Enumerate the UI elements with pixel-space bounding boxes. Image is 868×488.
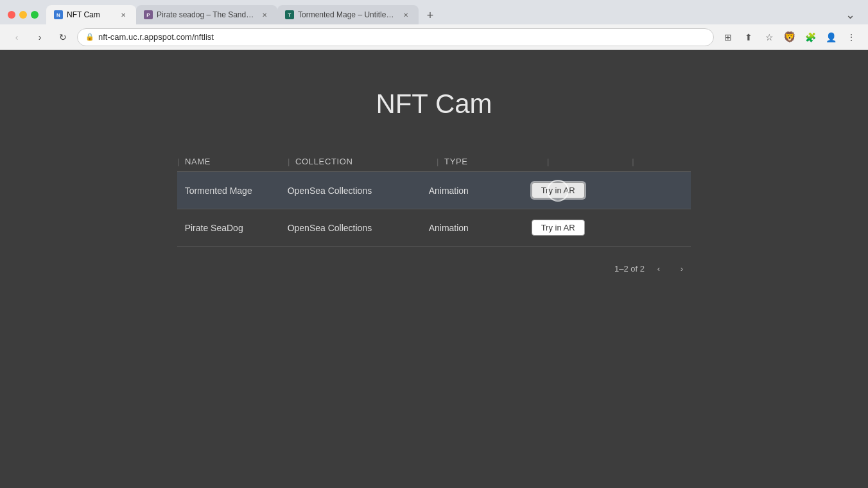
translate-button[interactable]: ⊞ <box>719 28 737 46</box>
tab-tormented-mage[interactable]: T Tormented Mage – Untitled Co... ✕ <box>277 5 419 24</box>
pagination-prev-button[interactable]: ‹ <box>650 259 668 277</box>
table-row: | Tormented Mage OpenSea Collections Ani… <box>177 172 691 209</box>
separator-5: | <box>632 157 634 166</box>
header-type: TYPE <box>444 157 547 166</box>
try-ar-button-row2[interactable]: Try in AR <box>532 220 585 236</box>
pagination: 1–2 of 2 ‹ › <box>177 259 691 277</box>
header-collection: COLLECTION <box>295 157 437 166</box>
browser-actions: ⊞ ⬆ ☆ 🦁 🧩 👤 ⋮ <box>719 28 860 46</box>
row2-type: Animation <box>429 223 532 233</box>
separator-2: | <box>288 157 290 166</box>
row1-action: Try in AR <box>532 182 609 198</box>
try-ar-button-container: Try in AR <box>532 182 585 198</box>
window-controls <box>8 11 39 19</box>
try-ar-button-row1[interactable]: Try in AR <box>532 182 585 198</box>
nft-table: | NAME | COLLECTION | TYPE | | | Torment… <box>177 152 691 247</box>
pagination-next-button[interactable]: › <box>673 259 691 277</box>
row1-collection: OpenSea Collections <box>288 186 429 196</box>
page-title: NFT Cam <box>376 89 492 119</box>
tabs-bar: N NFT Cam ✕ P Pirate seadog – The Sandbo… <box>46 5 860 24</box>
table-row: | Pirate SeaDog OpenSea Collections Anim… <box>177 209 691 247</box>
browser-chrome: N NFT Cam ✕ P Pirate seadog – The Sandbo… <box>0 0 868 50</box>
table-header: | NAME | COLLECTION | TYPE | | <box>177 152 691 172</box>
window-maximize-button[interactable] <box>31 11 39 19</box>
separator-4: | <box>547 157 550 166</box>
row1-name: Tormented Mage <box>185 186 288 196</box>
tab-close-pirate-seadog[interactable]: ✕ <box>259 10 270 20</box>
brave-icon[interactable]: 🦁 <box>781 28 799 46</box>
menu-button[interactable]: ⋮ <box>842 28 860 46</box>
share-button[interactable]: ⬆ <box>740 28 758 46</box>
new-tab-button[interactable]: + <box>421 6 439 24</box>
url-text: nft-cam.uc.r.appspot.com/nftlist <box>98 32 706 42</box>
tab-favicon-tormented-mage: T <box>285 10 294 19</box>
tab-dropdown-button[interactable]: ⌄ <box>840 5 860 24</box>
tab-close-nft-cam[interactable]: ✕ <box>118 10 128 20</box>
page-content: NFT Cam | NAME | COLLECTION | TYPE | | |… <box>0 50 868 488</box>
forward-button[interactable]: › <box>31 28 49 46</box>
bookmark-button[interactable]: ☆ <box>760 28 778 46</box>
window-minimize-button[interactable] <box>19 11 27 19</box>
row2-sep1: | <box>177 223 180 233</box>
pagination-info: 1–2 of 2 <box>614 264 645 274</box>
row1-type: Animation <box>429 186 532 196</box>
url-bar[interactable]: 🔒 nft-cam.uc.r.appspot.com/nftlist <box>77 28 714 46</box>
browser-titlebar: N NFT Cam ✕ P Pirate seadog – The Sandbo… <box>0 0 868 24</box>
extensions-button[interactable]: 🧩 <box>801 28 819 46</box>
row2-name: Pirate SeaDog <box>185 223 288 233</box>
tab-label-tormented-mage: Tormented Mage – Untitled Co... <box>298 10 397 19</box>
profile-button[interactable]: 👤 <box>822 28 840 46</box>
row2-action: Try in AR <box>532 220 609 236</box>
row2-collection: OpenSea Collections <box>288 223 429 233</box>
separator-1: | <box>177 157 180 166</box>
tab-label-nft-cam: NFT Cam <box>67 10 114 19</box>
tab-pirate-seadog[interactable]: P Pirate seadog – The Sandbox A... ✕ <box>136 5 277 24</box>
header-name: NAME <box>185 157 288 166</box>
back-button[interactable]: ‹ <box>8 28 26 46</box>
tab-close-tormented-mage[interactable]: ✕ <box>401 10 411 20</box>
reload-button[interactable]: ↻ <box>54 28 72 46</box>
row1-sep1: | <box>177 186 180 196</box>
tab-label-pirate-seadog: Pirate seadog – The Sandbox A... <box>157 10 256 19</box>
tab-favicon-nft-cam: N <box>54 10 63 19</box>
separator-3: | <box>437 157 439 166</box>
window-close-button[interactable] <box>8 11 15 19</box>
lock-icon: 🔒 <box>85 33 94 41</box>
address-bar: ‹ › ↻ 🔒 nft-cam.uc.r.appspot.com/nftlist… <box>0 24 868 50</box>
tab-nft-cam[interactable]: N NFT Cam ✕ <box>46 5 136 24</box>
tab-favicon-pirate-seadog: P <box>144 10 153 19</box>
